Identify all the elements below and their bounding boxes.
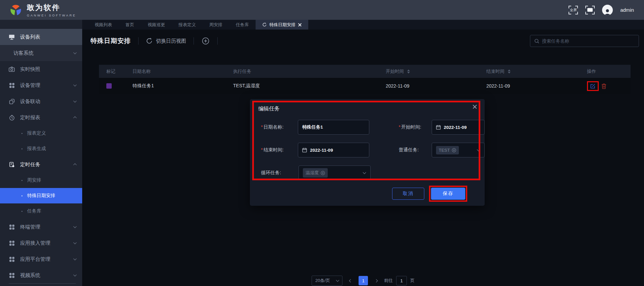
sidebar-item-video-system[interactable]: 视频系统 xyxy=(0,267,82,283)
sidebar-item-app-platform-management[interactable]: 应用平台管理 xyxy=(0,251,82,267)
end-time-input[interactable]: 2022-11-09 xyxy=(298,143,369,157)
task-icon xyxy=(9,161,15,168)
user-avatar[interactable] xyxy=(602,5,613,15)
tab-week-schedule[interactable]: 周安排 xyxy=(203,20,229,30)
selected-tag: TEST xyxy=(436,146,459,154)
sidebar-subitem-week-schedule[interactable]: 周安排 xyxy=(0,173,82,188)
chevron-down-icon xyxy=(73,225,77,228)
tab-special-date-schedule[interactable]: 特殊日期安排 xyxy=(256,20,308,30)
start-time-input[interactable]: 2022-11-09 xyxy=(432,120,485,135)
sidebar-item-label: 访客系统 xyxy=(13,50,74,56)
goto-page-input[interactable] xyxy=(396,276,407,285)
switch-view-label: 切换日历视图 xyxy=(156,38,186,44)
tab-label: 视频列表 xyxy=(95,22,112,28)
fullscreen-button[interactable]: 全屏 xyxy=(569,6,578,14)
sidebar-subitem-special-date-schedule[interactable]: 特殊日期安排 xyxy=(0,188,82,203)
col-header-end-time[interactable]: 结束时间 xyxy=(486,68,587,75)
tag-label: TEST xyxy=(439,148,450,153)
ganwei-logo-icon xyxy=(9,4,22,16)
input-value: 特殊任务1 xyxy=(302,124,323,130)
row-start-time: 2022-11-09 xyxy=(386,83,486,89)
date-name-input[interactable]: 特殊任务1 xyxy=(298,120,369,135)
clock-icon xyxy=(9,114,15,121)
app-header: 敢为软件 GANWEI SOFTWARE 全屏 admin xyxy=(0,0,644,20)
sidebar-item-device-list[interactable]: 设备列表 xyxy=(0,29,82,45)
field-label-loop-task: 循环任务: xyxy=(261,170,299,176)
bullet-icon xyxy=(21,133,22,134)
sidebar-subitem-report-generation[interactable]: 报表生成 xyxy=(0,141,82,156)
sidebar-item-device-management[interactable]: 设备管理 xyxy=(0,77,82,93)
refresh-icon[interactable] xyxy=(262,22,267,27)
camera-icon xyxy=(9,66,15,72)
chevron-down-icon xyxy=(73,257,77,260)
loop-task-select[interactable]: 温湿度 xyxy=(299,165,371,180)
selected-tag: 温湿度 xyxy=(303,168,328,178)
sidebar-item-app-access-management[interactable]: 应用接入管理 xyxy=(0,235,82,251)
sort-icon[interactable] xyxy=(508,69,511,74)
sidebar-item-timed-report[interactable]: 定时报表 xyxy=(0,109,82,126)
modal-title: 编辑任务 xyxy=(250,99,485,112)
sidebar-item-timed-task[interactable]: 定时任务 xyxy=(0,156,82,173)
username-label[interactable]: admin xyxy=(620,7,634,13)
app-window: 敢为软件 GANWEI SOFTWARE 全屏 admin xyxy=(0,0,644,286)
link-icon xyxy=(9,98,15,104)
page-size-select[interactable]: 20条/页 xyxy=(312,276,342,286)
tab-report-definition[interactable]: 报表定义 xyxy=(172,20,203,30)
chevron-up-icon xyxy=(73,163,77,167)
remove-tag-icon[interactable] xyxy=(321,171,325,175)
sort-icon[interactable] xyxy=(407,69,410,74)
row-tasks: TEST,温湿度 xyxy=(233,83,386,89)
sidebar-subitem-report-definition[interactable]: 报表定义 xyxy=(0,126,82,141)
bullet-icon xyxy=(21,180,22,181)
sidebar-item-terminal-management[interactable]: 终端管理 xyxy=(0,219,82,235)
input-value: 2022-11-09 xyxy=(444,125,467,130)
tab-video-patrol[interactable]: 视频巡更 xyxy=(141,20,172,30)
sidebar-item-label: 任务库 xyxy=(27,208,41,214)
current-page-button[interactable]: 1 xyxy=(359,276,368,285)
prev-page-button[interactable] xyxy=(346,276,355,285)
tab-task-library[interactable]: 任务库 xyxy=(229,20,256,30)
remove-tag-icon[interactable] xyxy=(452,148,456,152)
col-header-name: 日期名称 xyxy=(132,68,233,75)
sidebar-divider xyxy=(9,283,76,284)
sidebar-item-label: 周安排 xyxy=(27,177,41,183)
delete-icon[interactable] xyxy=(601,83,606,89)
switch-calendar-view-button[interactable]: 切换日历视图 xyxy=(146,38,186,44)
page-unit-label: 页 xyxy=(410,278,415,284)
tab-label: 首页 xyxy=(125,22,134,28)
search-input[interactable] xyxy=(542,39,635,44)
screenshot-button[interactable] xyxy=(585,6,595,14)
search-box[interactable] xyxy=(530,35,639,47)
sidebar-item-label: 设备联动 xyxy=(20,98,74,105)
grid-icon xyxy=(9,240,15,246)
grid-icon xyxy=(9,256,15,262)
sidebar-item-visitor-system[interactable]: 访客系统 xyxy=(0,45,82,61)
save-button[interactable]: 保存 xyxy=(431,188,465,200)
tab-home[interactable]: 首页 xyxy=(119,20,141,30)
sidebar-item-realtime-snapshot[interactable]: 实时快照 xyxy=(0,61,82,77)
col-header-start-time[interactable]: 开始时间 xyxy=(386,68,486,75)
divider xyxy=(138,37,139,45)
field-label-start-time: *开始时间: xyxy=(399,124,432,130)
edit-icon[interactable] xyxy=(590,83,596,89)
sidebar-subitem-task-library[interactable]: 任务库 xyxy=(0,203,82,219)
sidebar-item-label: 定时报表 xyxy=(20,114,74,121)
next-page-button[interactable] xyxy=(371,276,381,285)
close-modal-icon[interactable] xyxy=(473,105,477,109)
required-mark: * xyxy=(261,147,263,152)
table-row[interactable]: 特殊任务1 TEST,温湿度 2022-11-09 2022-11-09 xyxy=(99,78,631,94)
sidebar-item-label: 应用接入管理 xyxy=(20,240,74,246)
tab-video-list[interactable]: 视频列表 xyxy=(88,20,119,30)
divider xyxy=(194,37,194,45)
grid-icon xyxy=(9,82,15,88)
sidebar-item-device-linkage[interactable]: 设备联动 xyxy=(0,93,82,109)
chevron-down-icon xyxy=(336,279,339,282)
cancel-button[interactable]: 取消 xyxy=(392,188,424,200)
sidebar-item-label: 定时任务 xyxy=(20,161,74,168)
close-tab-icon[interactable] xyxy=(298,23,302,27)
divider xyxy=(217,37,218,45)
edit-task-modal: 编辑任务 *日期名称: 特殊任务1 *开始时间: xyxy=(250,99,485,206)
normal-task-select[interactable]: TEST xyxy=(432,143,485,157)
add-task-button[interactable] xyxy=(201,37,210,45)
page-title: 特殊日期安排 xyxy=(91,37,131,45)
